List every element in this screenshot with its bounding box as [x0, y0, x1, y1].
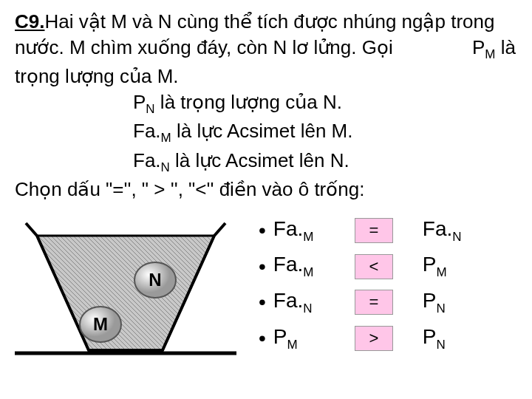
answer-box[interactable]: = [355, 218, 393, 243]
answer-box[interactable]: < [355, 254, 393, 279]
answer-box[interactable]: = [355, 290, 393, 315]
answer-row: • Fa.M < PM [259, 253, 517, 280]
answer-table: • Fa.M = Fa.N • Fa.M < PM • Fa.N = PN • … [236, 217, 517, 372]
label-N: N [149, 270, 161, 290]
label-M: M [93, 314, 108, 334]
answer-box[interactable]: > [355, 326, 393, 351]
problem-text: C9.Hai vật M và N cùng thể tích được nhú… [15, 9, 517, 202]
beaker-diagram: N M [15, 217, 236, 372]
answer-row: • PM > PN [259, 325, 517, 352]
answer-row: • Fa.M = Fa.N [259, 217, 517, 245]
bullet-icon: • [259, 328, 266, 349]
bullet-icon: • [259, 220, 266, 241]
main-text: Hai vật M và N cùng thể tích được nhúng … [15, 10, 494, 58]
bullet-icon: • [259, 292, 266, 313]
instruction: Chọn dấu "='', " > '', "<'' điền vào ô t… [15, 177, 517, 202]
bullet-icon: • [259, 256, 266, 277]
problem-number: C9. [15, 10, 44, 33]
answer-row: • Fa.N = PN [259, 289, 517, 316]
